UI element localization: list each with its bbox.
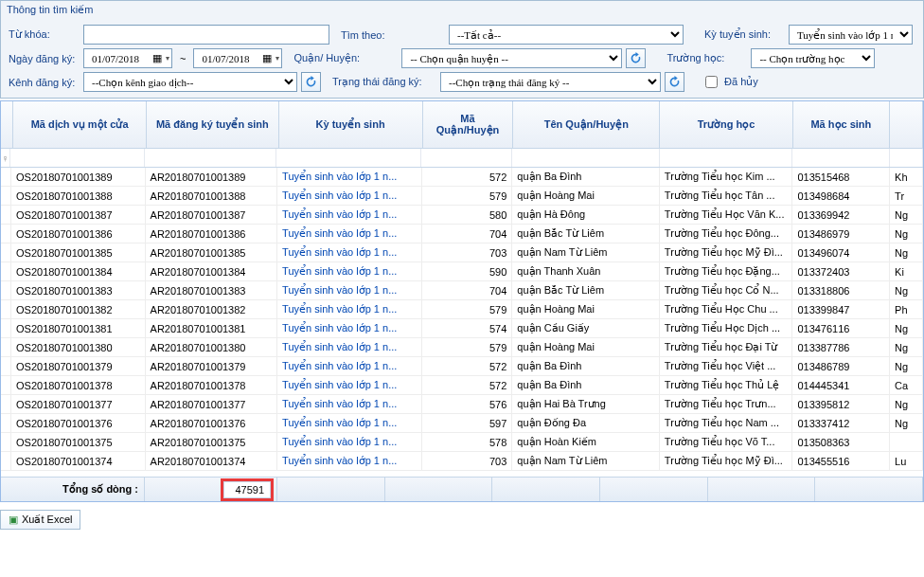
- cell-c3: Tuyển sinh vào lớp 1 n...: [277, 395, 422, 414]
- cell-c0: [1, 452, 11, 471]
- cell-c8: Ph: [890, 300, 923, 319]
- cell-c8: Ng: [890, 338, 923, 357]
- table-row[interactable]: OS20180701001381AR20180701001381Tuyển si…: [1, 319, 923, 338]
- calendar-icon[interactable]: ▦: [151, 52, 164, 65]
- table-row[interactable]: OS20180701001374AR20180701001374Tuyển si…: [1, 452, 923, 471]
- chevron-down-icon[interactable]: ▾: [166, 54, 169, 63]
- export-excel-button[interactable]: ▣ Xuất Excel: [0, 510, 80, 530]
- table-row[interactable]: OS20180701001377AR20180701001377Tuyển si…: [1, 395, 923, 414]
- cell-c7: 013337412: [792, 414, 890, 433]
- search-by-select[interactable]: --Tất cả--: [449, 25, 684, 45]
- cell-c6: Trường Tiểu học Việt ...: [660, 357, 793, 376]
- cell-c4: 579: [422, 187, 513, 206]
- table-row[interactable]: OS20180701001378AR20180701001378Tuyển si…: [1, 376, 923, 395]
- cell-c6: Trường Tiểu học Nam ...: [660, 414, 793, 433]
- cancelled-wrap: Đã hủy: [705, 76, 786, 89]
- col-extra[interactable]: [890, 101, 923, 148]
- table-row[interactable]: OS20180701001385AR20180701001385Tuyển si…: [1, 243, 923, 262]
- table-row[interactable]: OS20180701001383AR20180701001383Tuyển si…: [1, 281, 923, 300]
- cell-c1: OS20180701001377: [11, 395, 146, 414]
- table-row[interactable]: OS20180701001388AR20180701001388Tuyển si…: [1, 187, 923, 206]
- channel-select[interactable]: --Chọn kênh giao dịch--: [83, 72, 297, 92]
- table-row[interactable]: OS20180701001389AR20180701001389Tuyển si…: [1, 168, 923, 187]
- status-select[interactable]: --Chọn trạng thái đăng ký --: [440, 72, 661, 92]
- grid-filter-row[interactable]: ♀: [1, 149, 923, 168]
- cell-c2: AR20180701001382: [146, 300, 278, 319]
- grid-body[interactable]: OS20180701001389AR20180701001389Tuyển si…: [1, 168, 923, 477]
- cell-c4: 574: [422, 319, 513, 338]
- session-select[interactable]: Tuyển sinh vào lớp 1 n: [789, 25, 913, 45]
- cell-c1: OS20180701001384: [11, 262, 146, 281]
- cancelled-checkbox[interactable]: [705, 76, 718, 88]
- cell-c6: Trường Tiểu học Kim ...: [660, 168, 793, 187]
- col-student-code[interactable]: Mã học sinh: [793, 101, 890, 148]
- cell-c6: Trường Tiểu học Cổ N...: [660, 281, 793, 300]
- cell-c7: 013515468: [792, 168, 890, 187]
- refresh-channel-button[interactable]: [301, 72, 321, 92]
- cell-c1: OS20180701001379: [11, 357, 146, 376]
- cell-c5: quận Hoàng Mai: [512, 187, 660, 206]
- cell-c6: Trường Tiểu học Thủ Lệ: [660, 376, 793, 395]
- table-row[interactable]: OS20180701001387AR20180701001387Tuyển si…: [1, 206, 923, 225]
- table-row[interactable]: OS20180701001380AR20180701001380Tuyển si…: [1, 338, 923, 357]
- col-school[interactable]: Trường học: [660, 101, 792, 148]
- cell-c5: quận Thanh Xuân: [512, 262, 660, 281]
- date-to-field[interactable]: ▦ ▾: [193, 48, 282, 68]
- cell-c0: [1, 168, 11, 187]
- chevron-down-icon[interactable]: ▾: [275, 54, 279, 63]
- school-select[interactable]: -- Chọn trường học: [751, 48, 875, 68]
- date-from-input[interactable]: [88, 50, 151, 67]
- cell-c6: Trường Tiểu Học Dịch ...: [660, 319, 793, 338]
- cell-c5: quận Bắc Từ Liêm: [512, 281, 660, 300]
- refresh-status-button[interactable]: [665, 72, 684, 92]
- cell-c5: quận Ba Đình: [512, 168, 660, 187]
- table-row[interactable]: OS20180701001382AR20180701001382Tuyển si…: [1, 300, 923, 319]
- calendar-icon[interactable]: ▦: [260, 52, 274, 65]
- cell-c6: Trường Tiểu học Tân ...: [660, 187, 793, 206]
- cell-c8: Ki: [890, 262, 923, 281]
- cell-c2: AR20180701001381: [146, 319, 278, 338]
- cell-c0: [1, 376, 11, 395]
- cell-c7: 014445341: [792, 376, 890, 395]
- cell-c3: Tuyển sinh vào lớp 1 n...: [277, 225, 422, 243]
- col-district-name[interactable]: Tên Quận/Huyện: [513, 101, 660, 148]
- col-district-code[interactable]: Mã Quận/Huyện: [423, 101, 514, 148]
- grid-footer: Tổng số dòng : 47591: [1, 477, 923, 501]
- cell-c0: [1, 243, 11, 262]
- table-row[interactable]: OS20180701001384AR20180701001384Tuyển si…: [1, 262, 923, 281]
- cell-c7: 013496074: [792, 243, 890, 262]
- cell-c8: Lu: [890, 452, 923, 471]
- filter-icon[interactable]: ♀: [1, 149, 10, 167]
- cell-c7: 013372403: [792, 262, 890, 281]
- cell-c3: Tuyển sinh vào lớp 1 n...: [277, 376, 422, 395]
- table-row[interactable]: OS20180701001376AR20180701001376Tuyển si…: [1, 414, 923, 433]
- cell-c4: 572: [422, 357, 513, 376]
- table-row[interactable]: OS20180701001386AR20180701001386Tuyển si…: [1, 225, 923, 243]
- cell-c1: OS20180701001378: [11, 376, 146, 395]
- cell-c4: 579: [422, 300, 513, 319]
- table-row[interactable]: OS20180701001379AR20180701001379Tuyển si…: [1, 357, 923, 376]
- cell-c0: [1, 395, 11, 414]
- cell-c5: quận Hai Bà Trưng: [512, 395, 660, 414]
- refresh-district-button[interactable]: [626, 48, 646, 68]
- keyword-label: Từ khóa:: [9, 28, 80, 41]
- date-to-input[interactable]: [198, 50, 260, 67]
- cell-c2: AR20180701001378: [146, 376, 278, 395]
- cell-c4: 704: [422, 281, 513, 300]
- table-row[interactable]: OS20180701001375AR20180701001375Tuyển si…: [1, 433, 923, 452]
- cell-c2: AR20180701001387: [146, 206, 278, 225]
- cell-c4: 576: [422, 395, 513, 414]
- search-by-label: Tìm theo:: [341, 29, 445, 41]
- cell-c3: Tuyển sinh vào lớp 1 n...: [277, 168, 422, 187]
- date-from-field[interactable]: ▦ ▾: [83, 48, 172, 68]
- cell-c7: 013318806: [792, 281, 890, 300]
- session-label: Kỳ tuyển sinh:: [704, 28, 785, 41]
- district-select[interactable]: -- Chọn quận huyện --: [401, 48, 622, 68]
- col-service-code[interactable]: Mã dịch vụ một cửa: [13, 101, 147, 148]
- status-label: Trạng thái đăng ký:: [332, 76, 436, 88]
- col-reg-code[interactable]: Mã đăng ký tuyển sinh: [147, 101, 278, 148]
- cell-c1: OS20180701001388: [11, 187, 146, 206]
- total-rows-label: Tổng số dòng :: [1, 478, 145, 501]
- keyword-input[interactable]: [83, 25, 329, 45]
- col-session[interactable]: Kỳ tuyển sinh: [279, 101, 423, 148]
